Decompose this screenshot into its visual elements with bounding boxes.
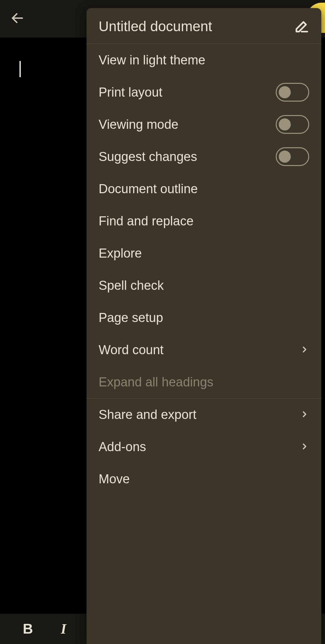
menu-item-label: Share and export bbox=[99, 408, 197, 422]
menu-list: View in light theme Print layout Viewing… bbox=[87, 44, 321, 644]
menu-item-document-outline[interactable]: Document outline bbox=[87, 173, 321, 205]
chevron-right-icon bbox=[300, 343, 309, 357]
menu-item-label: Spell check bbox=[99, 278, 164, 293]
menu-item-view-light[interactable]: View in light theme bbox=[87, 44, 321, 76]
menu-item-find-replace[interactable]: Find and replace bbox=[87, 205, 321, 237]
menu-item-label: Expand all headings bbox=[99, 375, 213, 389]
bold-button[interactable]: B bbox=[18, 619, 38, 639]
document-title: Untitled document bbox=[99, 18, 212, 35]
menu-item-share-export[interactable]: Share and export bbox=[87, 398, 321, 431]
menu-item-spell-check[interactable]: Spell check bbox=[87, 269, 321, 302]
menu-item-label: Add-ons bbox=[99, 440, 146, 454]
chevron-right-icon bbox=[300, 408, 309, 422]
menu-header: Untitled document bbox=[87, 8, 321, 44]
menu-item-label: View in light theme bbox=[99, 53, 205, 67]
menu-item-label: Word count bbox=[99, 343, 164, 357]
menu-item-label: Suggest changes bbox=[99, 150, 197, 164]
suggest-changes-toggle[interactable] bbox=[276, 147, 309, 166]
menu-item-print-layout[interactable]: Print layout bbox=[87, 76, 321, 108]
menu-item-expand-headings: Expand all headings bbox=[87, 366, 321, 398]
menu-item-move[interactable]: Move bbox=[87, 463, 321, 495]
menu-item-viewing-mode[interactable]: Viewing mode bbox=[87, 108, 321, 141]
rename-icon[interactable] bbox=[294, 18, 309, 35]
menu-item-page-setup[interactable]: Page setup bbox=[87, 302, 321, 334]
menu-item-word-count[interactable]: Word count bbox=[87, 334, 321, 366]
text-cursor bbox=[19, 61, 21, 77]
overflow-menu: Untitled document View in light theme Pr… bbox=[87, 8, 321, 644]
menu-item-suggest-changes[interactable]: Suggest changes bbox=[87, 141, 321, 173]
viewing-mode-toggle[interactable] bbox=[276, 115, 309, 134]
menu-item-label: Viewing mode bbox=[99, 117, 178, 132]
back-arrow-icon[interactable] bbox=[10, 11, 25, 27]
menu-item-label: Document outline bbox=[99, 182, 198, 196]
menu-item-label: Print layout bbox=[99, 85, 162, 100]
italic-button[interactable]: I bbox=[53, 619, 73, 639]
print-layout-toggle[interactable] bbox=[276, 83, 309, 102]
menu-item-explore[interactable]: Explore bbox=[87, 237, 321, 269]
menu-item-label: Page setup bbox=[99, 311, 163, 325]
menu-item-label: Explore bbox=[99, 246, 142, 261]
menu-item-label: Find and replace bbox=[99, 214, 194, 228]
menu-item-label: Move bbox=[99, 472, 130, 486]
chevron-right-icon bbox=[300, 440, 309, 454]
menu-item-add-ons[interactable]: Add-ons bbox=[87, 431, 321, 463]
